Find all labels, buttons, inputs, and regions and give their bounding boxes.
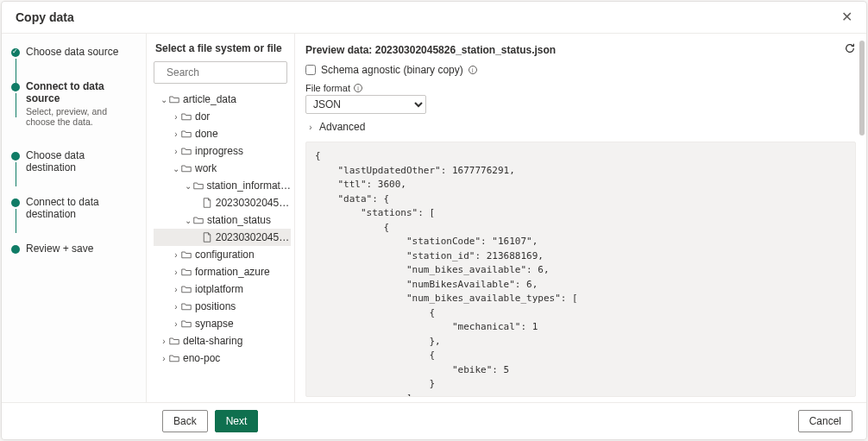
tree-folder-formation_azure[interactable]: ›formation_azure [154,263,291,280]
wizard-steps: ✓Choose data sourceConnect to data sourc… [2,34,147,402]
close-icon[interactable]: ✕ [841,10,852,24]
cancel-button[interactable]: Cancel [798,410,852,432]
dialog-footer: Back Next Cancel [2,402,866,439]
step-label: Choose data source [26,46,137,58]
advanced-label: Advanced [319,121,365,133]
chevron-right-icon[interactable]: › [171,302,181,312]
chevron-right-icon[interactable]: › [171,250,181,260]
preview-scrollbar[interactable] [859,41,865,395]
tree-item-label: 20230302045832_station [216,197,291,209]
wizard-step-4[interactable]: Review + save [10,243,137,255]
folder-icon [181,267,192,277]
preview-file-name: 20230302045826_station_status.json [375,44,556,56]
chevron-down-icon[interactable]: ⌄ [159,95,169,104]
preview-title: Preview data: 20230302045826_station_sta… [305,44,556,56]
tree-item-label: delta-sharing [183,335,242,347]
step-label: Connect to data source [26,80,137,104]
chevron-right-icon[interactable]: › [171,319,181,329]
file-format-select[interactable]: JSON [305,95,426,114]
tree-item-label: iotplatform [195,283,243,295]
tree-folder-eno-poc[interactable]: ›eno-poc [154,350,291,367]
tree-folder-configuration[interactable]: ›configuration [154,246,291,263]
folder-icon [181,129,192,139]
next-button[interactable]: Next [215,410,259,432]
folder-icon [169,353,179,363]
tree-folder-station_status[interactable]: ⌄station_status [154,211,291,229]
preview-title-prefix: Preview data: [305,44,375,56]
wizard-step-2[interactable]: Choose data destination [10,149,137,173]
folder-icon [193,215,204,225]
tree-file-20230302045832_station[interactable]: 20230302045832_station [154,194,291,211]
info-icon[interactable]: i [354,84,362,92]
preview-header: Preview data: 20230302045826_station_sta… [305,42,856,57]
tree-item-label: work [195,162,217,174]
tree-folder-inprogress[interactable]: ›inprogress [154,142,291,160]
file-icon [202,198,212,208]
info-icon[interactable]: i [469,66,477,74]
back-button[interactable]: Back [162,410,208,432]
tree-folder-done[interactable]: ›done [154,125,291,142]
folder-icon [181,249,192,260]
dialog-body: ✓Choose data sourceConnect to data sourc… [2,34,866,402]
wizard-step-1[interactable]: Connect to data sourceSelect, preview, a… [10,80,137,127]
chevron-right-icon[interactable]: › [159,354,169,363]
schema-agnostic-option[interactable]: Schema agnostic (binary copy) i [305,64,856,76]
folder-icon [181,301,192,312]
refresh-button[interactable] [844,42,856,57]
tree-folder-delta-sharing[interactable]: ›delta-sharing [154,332,291,350]
chevron-down-icon[interactable]: ⌄ [183,216,193,225]
tree-item-label: 20230302045826_station [216,231,291,243]
schema-agnostic-checkbox[interactable] [305,65,316,75]
chevron-right-icon[interactable]: › [171,285,181,294]
tree-item-label: station_status [207,214,271,226]
tree-item-label: inprogress [195,145,243,157]
wizard-step-3[interactable]: Connect to data destination [10,196,137,220]
folder-icon [169,336,179,346]
copy-data-dialog: Copy data ✕ ✓Choose data sourceConnect t… [1,1,867,440]
refresh-icon [844,42,856,54]
preview-panel: Preview data: 20230302045826_station_sta… [295,34,866,402]
tree-folder-dor[interactable]: ›dor [154,108,291,125]
tree-item-label: eno-poc [183,352,220,364]
check-icon: ✓ [12,47,18,56]
schema-agnostic-label: Schema agnostic (binary copy) [321,64,463,76]
search-input[interactable] [154,61,287,84]
chevron-right-icon[interactable]: › [171,147,181,156]
folder-icon [181,111,192,122]
chevron-right-icon[interactable]: › [159,337,169,346]
advanced-toggle[interactable]: › Advanced [305,121,856,133]
tree-folder-iotplatform[interactable]: ›iotplatform [154,280,291,298]
chevron-down-icon[interactable]: ⌄ [171,164,181,173]
chevron-right-icon[interactable]: › [171,268,181,277]
folder-icon [181,163,192,173]
file-icon [202,232,212,243]
tree-folder-synapse[interactable]: ›synapse [154,315,291,332]
search-field[interactable] [165,66,295,79]
tree-folder-station_information[interactable]: ⌄station_information [154,177,291,194]
folder-icon [181,318,192,329]
tree-item-label: formation_azure [195,266,270,278]
dialog-header: Copy data ✕ [2,2,866,34]
step-label: Review + save [26,243,137,255]
folder-icon [193,180,204,191]
wizard-step-0[interactable]: ✓Choose data source [10,46,137,58]
chevron-right-icon[interactable]: › [171,112,181,122]
file-browser-title: Select a file system or file [154,42,294,54]
tree-item-label: synapse [195,318,234,330]
chevron-right-icon[interactable]: › [171,129,181,139]
tree-folder-positions[interactable]: ›positions [154,298,291,315]
chevron-down-icon[interactable]: ⌄ [183,181,193,191]
tree-item-label: station_information [207,180,291,192]
tree-file-20230302045826_station[interactable]: 20230302045826_station [154,229,291,246]
folder-icon [181,284,192,294]
tree-folder-work[interactable]: ⌄work [154,160,291,177]
dialog-title: Copy data [16,10,74,24]
step-label: Connect to data destination [26,196,137,220]
folder-icon [181,146,192,156]
step-sublabel: Select, preview, and choose the data. [26,106,137,127]
tree-item-label: positions [195,300,236,312]
file-tree[interactable]: ⌄article_data›dor›done›inprogress⌄work⌄s… [154,91,294,394]
tree-folder-article_data[interactable]: ⌄article_data [154,91,291,108]
scrollbar-thumb[interactable] [859,41,865,135]
tree-item-label: done [195,128,218,140]
